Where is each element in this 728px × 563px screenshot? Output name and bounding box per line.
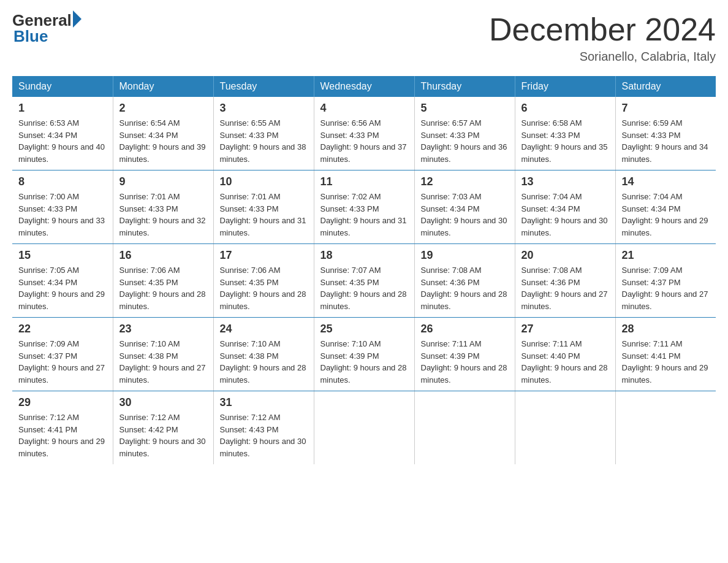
day-number: 27	[521, 323, 609, 335]
calendar-cell	[314, 391, 414, 465]
calendar-cell: 26Sunrise: 7:11 AMSunset: 4:39 PMDayligh…	[414, 318, 515, 391]
calendar-cell	[615, 391, 716, 465]
calendar-cell: 11Sunrise: 7:02 AMSunset: 4:33 PMDayligh…	[314, 170, 414, 244]
calendar-cell: 2Sunrise: 6:54 AMSunset: 4:34 PMDaylight…	[113, 97, 213, 170]
logo-arrow-icon	[73, 10, 82, 28]
calendar-cell: 24Sunrise: 7:10 AMSunset: 4:38 PMDayligh…	[213, 318, 314, 391]
column-header-saturday: Saturday	[615, 76, 716, 97]
calendar-cell: 8Sunrise: 7:00 AMSunset: 4:33 PMDaylight…	[12, 170, 113, 244]
day-info: Sunrise: 7:01 AMSunset: 4:33 PMDaylight:…	[119, 191, 207, 239]
day-info: Sunrise: 7:11 AMSunset: 4:39 PMDaylight:…	[421, 338, 509, 386]
calendar-cell	[515, 391, 615, 465]
calendar-cell: 27Sunrise: 7:11 AMSunset: 4:40 PMDayligh…	[515, 318, 615, 391]
day-number: 9	[119, 175, 207, 188]
calendar-cell: 25Sunrise: 7:10 AMSunset: 4:39 PMDayligh…	[314, 318, 414, 391]
calendar-cell: 23Sunrise: 7:10 AMSunset: 4:38 PMDayligh…	[113, 318, 213, 391]
calendar-week-row: 1Sunrise: 6:53 AMSunset: 4:34 PMDaylight…	[12, 97, 716, 170]
day-number: 14	[622, 175, 710, 188]
column-header-friday: Friday	[515, 76, 615, 97]
calendar-cell: 28Sunrise: 7:11 AMSunset: 4:41 PMDayligh…	[615, 318, 716, 391]
calendar-cell	[414, 391, 515, 465]
month-title: December 2024	[489, 12, 716, 47]
calendar-cell: 6Sunrise: 6:58 AMSunset: 4:33 PMDaylight…	[515, 97, 615, 170]
day-info: Sunrise: 7:03 AMSunset: 4:34 PMDaylight:…	[421, 191, 509, 239]
day-number: 4	[320, 102, 408, 115]
day-info: Sunrise: 7:11 AMSunset: 4:40 PMDaylight:…	[521, 338, 609, 386]
day-info: Sunrise: 7:07 AMSunset: 4:35 PMDaylight:…	[320, 264, 408, 312]
day-number: 31	[220, 396, 308, 409]
day-number: 24	[220, 323, 308, 335]
calendar-cell: 7Sunrise: 6:59 AMSunset: 4:33 PMDaylight…	[615, 97, 716, 170]
day-number: 16	[119, 249, 207, 262]
day-number: 26	[421, 323, 509, 335]
calendar-cell: 17Sunrise: 7:06 AMSunset: 4:35 PMDayligh…	[213, 244, 314, 318]
day-info: Sunrise: 7:12 AMSunset: 4:42 PMDaylight:…	[119, 412, 207, 459]
column-header-tuesday: Tuesday	[213, 76, 314, 97]
calendar-week-row: 22Sunrise: 7:09 AMSunset: 4:37 PMDayligh…	[12, 318, 716, 391]
day-number: 2	[119, 102, 207, 115]
calendar-cell: 16Sunrise: 7:06 AMSunset: 4:35 PMDayligh…	[113, 244, 213, 318]
day-info: Sunrise: 7:09 AMSunset: 4:37 PMDaylight:…	[622, 264, 710, 312]
day-number: 28	[622, 323, 710, 335]
day-info: Sunrise: 6:55 AMSunset: 4:33 PMDaylight:…	[220, 117, 308, 165]
day-info: Sunrise: 7:04 AMSunset: 4:34 PMDaylight:…	[622, 191, 710, 239]
day-info: Sunrise: 6:56 AMSunset: 4:33 PMDaylight:…	[320, 117, 408, 165]
day-info: Sunrise: 7:01 AMSunset: 4:33 PMDaylight:…	[220, 191, 308, 239]
day-info: Sunrise: 7:10 AMSunset: 4:38 PMDaylight:…	[220, 338, 308, 386]
calendar-cell: 19Sunrise: 7:08 AMSunset: 4:36 PMDayligh…	[414, 244, 515, 318]
column-header-wednesday: Wednesday	[314, 76, 414, 97]
calendar-cell: 10Sunrise: 7:01 AMSunset: 4:33 PMDayligh…	[213, 170, 314, 244]
calendar-cell: 12Sunrise: 7:03 AMSunset: 4:34 PMDayligh…	[414, 170, 515, 244]
day-number: 3	[220, 102, 308, 115]
day-info: Sunrise: 6:59 AMSunset: 4:33 PMDaylight:…	[622, 117, 710, 165]
calendar-cell: 31Sunrise: 7:12 AMSunset: 4:43 PMDayligh…	[213, 391, 314, 465]
day-info: Sunrise: 6:58 AMSunset: 4:33 PMDaylight:…	[521, 117, 609, 165]
day-info: Sunrise: 7:11 AMSunset: 4:41 PMDaylight:…	[622, 338, 710, 386]
day-number: 15	[18, 249, 107, 262]
location-subtitle: Sorianello, Calabria, Italy	[489, 50, 716, 64]
day-info: Sunrise: 7:12 AMSunset: 4:41 PMDaylight:…	[18, 412, 107, 459]
day-number: 20	[521, 249, 609, 262]
day-info: Sunrise: 6:53 AMSunset: 4:34 PMDaylight:…	[18, 117, 107, 165]
day-number: 17	[220, 249, 308, 262]
day-info: Sunrise: 7:00 AMSunset: 4:33 PMDaylight:…	[18, 191, 107, 239]
day-info: Sunrise: 7:09 AMSunset: 4:37 PMDaylight:…	[18, 338, 107, 386]
day-number: 18	[320, 249, 408, 262]
day-number: 19	[421, 249, 509, 262]
day-info: Sunrise: 7:08 AMSunset: 4:36 PMDaylight:…	[521, 264, 609, 312]
logo-blue-text: Blue	[13, 28, 48, 44]
calendar-week-row: 8Sunrise: 7:00 AMSunset: 4:33 PMDaylight…	[12, 170, 716, 244]
calendar-cell: 29Sunrise: 7:12 AMSunset: 4:41 PMDayligh…	[12, 391, 113, 465]
day-number: 22	[18, 323, 107, 335]
calendar-cell: 30Sunrise: 7:12 AMSunset: 4:42 PMDayligh…	[113, 391, 213, 465]
day-info: Sunrise: 7:10 AMSunset: 4:38 PMDaylight:…	[119, 338, 207, 386]
day-number: 30	[119, 396, 207, 409]
title-section: December 2024 Sorianello, Calabria, Ital…	[489, 12, 716, 64]
day-number: 12	[421, 175, 509, 188]
day-info: Sunrise: 6:57 AMSunset: 4:33 PMDaylight:…	[421, 117, 509, 165]
page-header: General Blue December 2024 Sorianello, C…	[12, 12, 716, 64]
calendar-cell: 18Sunrise: 7:07 AMSunset: 4:35 PMDayligh…	[314, 244, 414, 318]
day-info: Sunrise: 7:12 AMSunset: 4:43 PMDaylight:…	[220, 412, 308, 459]
calendar-cell: 5Sunrise: 6:57 AMSunset: 4:33 PMDaylight…	[414, 97, 515, 170]
day-info: Sunrise: 7:06 AMSunset: 4:35 PMDaylight:…	[220, 264, 308, 312]
column-header-thursday: Thursday	[414, 76, 515, 97]
day-number: 10	[220, 175, 308, 188]
day-number: 13	[521, 175, 609, 188]
column-header-sunday: Sunday	[12, 76, 113, 97]
calendar-cell: 13Sunrise: 7:04 AMSunset: 4:34 PMDayligh…	[515, 170, 615, 244]
day-info: Sunrise: 7:08 AMSunset: 4:36 PMDaylight:…	[421, 264, 509, 312]
calendar-cell: 14Sunrise: 7:04 AMSunset: 4:34 PMDayligh…	[615, 170, 716, 244]
day-info: Sunrise: 6:54 AMSunset: 4:34 PMDaylight:…	[119, 117, 207, 165]
day-number: 6	[521, 102, 609, 115]
day-number: 23	[119, 323, 207, 335]
logo-general-text: General	[12, 12, 72, 28]
calendar-cell: 15Sunrise: 7:05 AMSunset: 4:34 PMDayligh…	[12, 244, 113, 318]
column-header-monday: Monday	[113, 76, 213, 97]
calendar-cell: 4Sunrise: 6:56 AMSunset: 4:33 PMDaylight…	[314, 97, 414, 170]
calendar-week-row: 29Sunrise: 7:12 AMSunset: 4:41 PMDayligh…	[12, 391, 716, 465]
calendar-cell: 21Sunrise: 7:09 AMSunset: 4:37 PMDayligh…	[615, 244, 716, 318]
day-info: Sunrise: 7:06 AMSunset: 4:35 PMDaylight:…	[119, 264, 207, 312]
calendar-header-row: SundayMondayTuesdayWednesdayThursdayFrid…	[12, 76, 716, 97]
day-info: Sunrise: 7:02 AMSunset: 4:33 PMDaylight:…	[320, 191, 408, 239]
